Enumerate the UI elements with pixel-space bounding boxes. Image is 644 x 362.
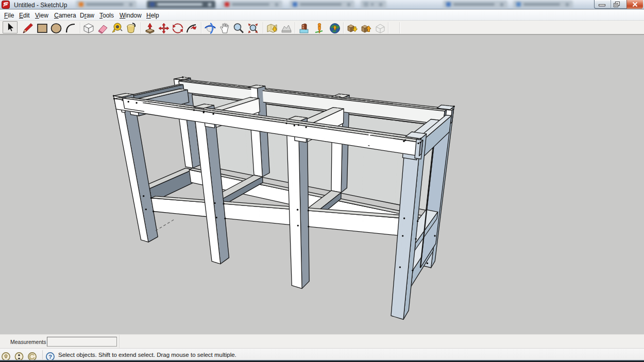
svg-text:?: ? (48, 354, 52, 360)
